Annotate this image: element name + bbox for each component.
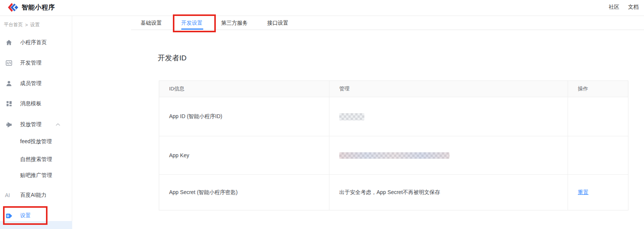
sidebar-item-ad-management[interactable]: 投放管理 (0, 118, 72, 131)
smart-miniprogram-logo-icon (7, 2, 18, 13)
brand-name: 智能小程序 (22, 3, 55, 12)
row-appid-label: App ID (智能小程序ID) (159, 97, 329, 136)
active-tab-underline (181, 28, 203, 30)
megaphone-icon (5, 121, 13, 128)
breadcrumb-current-settings: 设置 (30, 22, 40, 28)
tabbar-divider (131, 30, 644, 30)
sidebar-item-settings[interactable]: 设置 (0, 209, 72, 222)
sidebar-item-label: 消息模板 (20, 100, 41, 107)
sidebar-item-label: 自然搜索管理 (20, 156, 52, 163)
row-appsecret-label: App Secret (智能小程序密匙) (159, 174, 329, 210)
table-header-action: 操作 (568, 81, 628, 97)
top-bar: 智能小程序 社区 文档 (0, 0, 644, 16)
chevron-up-icon (55, 123, 60, 126)
settings-tag-icon (5, 212, 13, 220)
sidebar-selected-row-highlight (0, 221, 72, 229)
sidebar-item-label: 小程序首页 (20, 39, 47, 46)
topbar-link-community[interactable]: 社区 (609, 3, 619, 10)
row-appkey-label: App Key (159, 136, 329, 174)
row-appsecret-note: 出于安全考虑，App Secret不再被明文保存 (329, 174, 568, 210)
breadcrumb-platform-home[interactable]: 平台首页 (4, 22, 23, 28)
sidebar-item-label: 设置 (20, 212, 31, 219)
sidebar-item-label: 开发管理 (20, 60, 41, 66)
sidebar-item-label: 贴吧推广管理 (20, 172, 52, 179)
reset-app-secret-link[interactable]: 重置 (578, 189, 589, 196)
sidebar-item-label: 百度AI能力 (20, 192, 46, 199)
sidebar-item-tieba-promotion-management[interactable]: 贴吧推广管理 (0, 169, 72, 182)
tab-basic-settings[interactable]: 基础设置 (141, 20, 162, 26)
sidebar-item-miniprogram-home[interactable]: 小程序首页 (0, 36, 72, 49)
code-icon (5, 59, 13, 67)
sidebar-item-message-template[interactable]: 消息模板 (0, 97, 72, 110)
brand-logo[interactable]: 智能小程序 (7, 2, 55, 13)
developer-id-table: ID信息 管理 操作 App ID (智能小程序ID) App Key App … (159, 81, 628, 210)
redacted-app-key-value (339, 152, 449, 159)
sidebar-item-label: feed投放管理 (20, 138, 52, 145)
sidebar-item-label: 成员管理 (20, 80, 41, 87)
svg-text:AI: AI (5, 192, 10, 198)
sidebar-item-organic-search-management[interactable]: 自然搜索管理 (0, 153, 72, 166)
sidebar-item-dev-management[interactable]: 开发管理 (0, 57, 72, 69)
breadcrumb: 平台首页 > 设置 (4, 22, 40, 28)
tab-api-settings[interactable]: 接口设置 (267, 20, 288, 26)
sidebar-item-member-management[interactable]: 成员管理 (0, 77, 72, 90)
sidebar-item-label: 投放管理 (20, 121, 41, 128)
app-window: 智能小程序 社区 文档 平台首页 > 设置 小程序首页 开发管理 (0, 0, 644, 229)
home-icon (5, 39, 13, 46)
row-appid-action-cell (568, 97, 628, 136)
redacted-app-id-value (339, 113, 364, 120)
template-icon (5, 100, 13, 107)
sidebar-item-feed-ad-management[interactable]: feed投放管理 (0, 135, 72, 148)
row-appkey-value-cell (329, 136, 568, 174)
tab-third-party-services[interactable]: 第三方服务 (221, 20, 248, 26)
section-title-developer-id: 开发者ID (158, 53, 187, 63)
topbar-link-docs[interactable]: 文档 (628, 3, 639, 10)
table-header-id-info: ID信息 (159, 81, 329, 97)
row-appkey-action-cell (568, 136, 628, 174)
row-appsecret-action-cell: 重置 (568, 174, 628, 210)
ai-icon: AI (5, 191, 13, 199)
tab-dev-settings[interactable]: 开发设置 (181, 20, 203, 26)
table-header-manage: 管理 (329, 81, 568, 97)
row-appid-value-cell (329, 97, 568, 136)
member-icon (5, 80, 13, 87)
breadcrumb-separator: > (25, 22, 28, 28)
sidebar-item-baidu-ai[interactable]: AI 百度AI能力 (0, 189, 72, 202)
